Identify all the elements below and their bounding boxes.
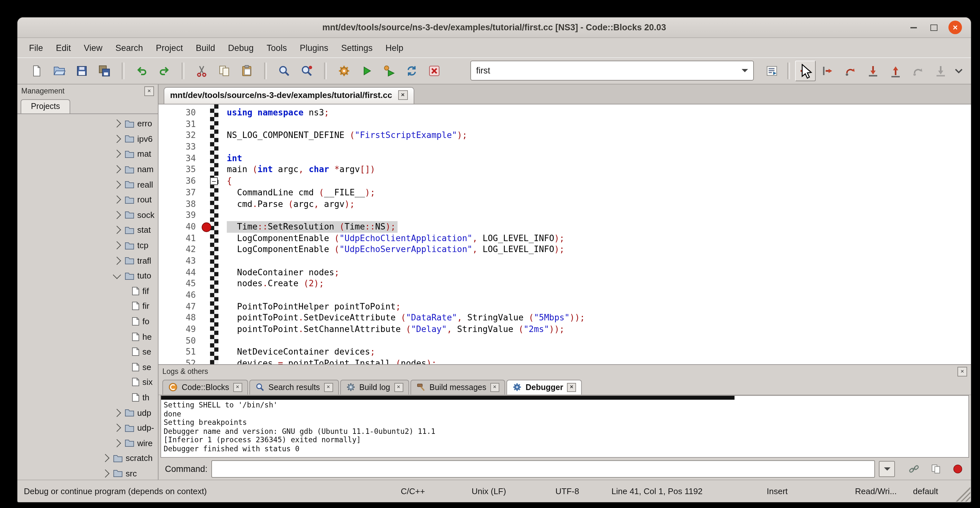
line-number[interactable]: 42 (159, 244, 200, 255)
breakpoint-margin[interactable] (200, 187, 214, 198)
breakpoint-margin[interactable] (200, 198, 214, 210)
logs-tab-search-results[interactable]: Search results× (249, 380, 339, 395)
close-tab-icon[interactable]: × (233, 382, 242, 392)
cut-button[interactable] (191, 60, 212, 81)
tree-item-erro[interactable]: erro (18, 116, 158, 131)
project-tree[interactable]: erroipv6matnamreallroutsockstattcptraflt… (18, 114, 158, 479)
tree-item-fir[interactable]: fir (18, 298, 158, 314)
logs-tab-debugger[interactable]: Debugger× (506, 380, 582, 395)
close-logs-icon[interactable]: × (958, 366, 967, 376)
paste-button[interactable] (237, 60, 257, 81)
line-number[interactable]: 32 (159, 130, 200, 141)
search-input[interactable] (471, 66, 737, 75)
menu-project[interactable]: Project (150, 40, 189, 55)
close-button[interactable]: × (948, 21, 962, 34)
step-into-button[interactable] (863, 60, 883, 81)
tree-item-tuto[interactable]: tuto (18, 268, 158, 283)
menu-settings[interactable]: Settings (335, 40, 379, 55)
breakpoint-margin[interactable] (200, 267, 214, 278)
breakpoint-margin[interactable] (200, 164, 214, 175)
tree-item-udp[interactable]: udp- (18, 420, 158, 435)
build-button[interactable] (334, 60, 354, 81)
line-number[interactable]: 50 (159, 335, 200, 347)
undo-button[interactable] (131, 60, 152, 81)
minimize-button[interactable] (908, 22, 919, 33)
menu-edit[interactable]: Edit (49, 40, 78, 55)
command-history-button[interactable] (879, 460, 895, 477)
save-all-button[interactable] (94, 60, 115, 81)
breakpoint-margin[interactable] (200, 233, 214, 244)
menu-debug[interactable]: Debug (222, 40, 260, 55)
line-number[interactable]: 36 (159, 175, 200, 186)
tree-item-sock[interactable]: sock (18, 207, 158, 222)
logs-tab-build-messages[interactable]: Build messages× (410, 380, 505, 395)
line-number[interactable]: 39 (159, 210, 200, 221)
build-and-run-button[interactable] (379, 60, 399, 81)
build-target-button[interactable] (762, 60, 782, 81)
open-file-button[interactable] (49, 60, 70, 81)
copy-button[interactable] (214, 60, 234, 81)
toolbar-overflow-button[interactable] (951, 60, 966, 81)
breakpoint-margin[interactable] (200, 107, 214, 118)
logs-tab-build-log[interactable]: Build log× (340, 380, 409, 395)
maximize-button[interactable] (929, 22, 939, 33)
line-number[interactable]: 51 (159, 347, 200, 358)
line-number[interactable]: 47 (159, 301, 200, 312)
menu-search[interactable]: Search (109, 40, 150, 55)
breakpoint-margin[interactable] (200, 301, 214, 312)
fold-collapse-icon[interactable] (210, 177, 218, 185)
search-combo[interactable] (470, 61, 754, 81)
line-number[interactable]: 41 (159, 233, 200, 244)
logs-tab-code-blocks[interactable]: Code::Blocks× (162, 380, 248, 395)
copy-log-button[interactable] (927, 460, 944, 477)
line-number[interactable]: 31 (159, 118, 200, 130)
find-in-files-button[interactable] (296, 60, 317, 81)
next-instruction-button[interactable] (908, 60, 929, 81)
tree-item-tcp[interactable]: tcp (18, 238, 158, 253)
titlebar[interactable]: mnt/dev/tools/source/ns-3-dev/examples/t… (18, 18, 971, 38)
tree-item-se[interactable]: se (18, 344, 158, 359)
code-editor[interactable]: 30using namespace ns3;3132NS_LOG_COMPONE… (159, 104, 971, 364)
menu-view[interactable]: View (77, 40, 109, 55)
next-line-button[interactable] (840, 60, 861, 81)
stop-debugger-button[interactable] (949, 460, 966, 477)
tree-item-src[interactable]: src (18, 466, 158, 479)
find-button[interactable] (274, 60, 294, 81)
breakpoint-margin[interactable] (200, 347, 214, 358)
breakpoint-margin[interactable] (200, 118, 214, 130)
tree-item-trafl[interactable]: trafl (18, 253, 158, 268)
close-tab-icon[interactable]: × (490, 382, 500, 392)
breakpoint-margin[interactable] (200, 323, 214, 335)
tree-item-mat[interactable]: mat (18, 147, 158, 161)
breakpoint-margin[interactable] (200, 141, 214, 153)
menu-help[interactable]: Help (379, 40, 410, 55)
breakpoint-margin[interactable] (200, 153, 214, 164)
close-tab-icon[interactable]: × (324, 382, 333, 392)
tree-item-scratch[interactable]: scratch (18, 451, 158, 466)
tree-item-he[interactable]: he (18, 329, 158, 344)
tree-item-fif[interactable]: fif (18, 283, 158, 298)
line-number[interactable]: 38 (159, 198, 200, 210)
tree-item-wire[interactable]: wire (18, 435, 158, 451)
tree-item-reall[interactable]: reall (18, 177, 158, 192)
tree-item-six[interactable]: six (18, 374, 158, 390)
combo-dropdown-button[interactable] (737, 61, 753, 80)
line-number[interactable]: 48 (159, 312, 200, 323)
breakpoint-margin[interactable] (200, 290, 214, 301)
line-number[interactable]: 49 (159, 323, 200, 335)
line-number[interactable]: 37 (159, 187, 200, 198)
run-to-cursor-button[interactable] (818, 60, 838, 81)
new-file-button[interactable] (26, 60, 47, 81)
close-tab-icon[interactable]: × (394, 382, 403, 392)
editor-tab-first-cc[interactable]: mnt/dev/tools/source/ns-3-dev/examples/t… (164, 87, 414, 104)
breakpoint-margin[interactable] (200, 278, 214, 290)
tree-item-th[interactable]: th (18, 390, 158, 405)
abort-build-button[interactable] (424, 60, 445, 81)
line-number[interactable]: 33 (159, 141, 200, 153)
line-number[interactable]: 40 (159, 221, 200, 233)
menu-plugins[interactable]: Plugins (293, 40, 335, 55)
breakpoint-marker[interactable] (202, 222, 212, 232)
attach-button[interactable] (905, 460, 922, 477)
tree-item-se[interactable]: se (18, 359, 158, 374)
close-editor-tab-icon[interactable]: × (398, 90, 407, 100)
